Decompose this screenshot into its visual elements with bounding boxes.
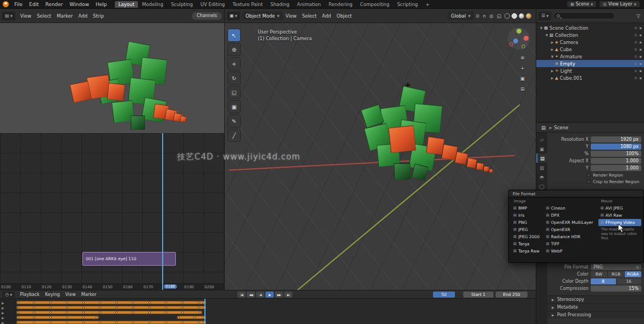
menu-render[interactable]: Render (42, 0, 66, 9)
workspace-tab-rendering[interactable]: Rendering (325, 1, 356, 8)
expand-arrow-icon[interactable]: ▶ (549, 47, 555, 51)
ruler-frame-0170[interactable]: 0170 (143, 285, 153, 289)
viewport-menu-view[interactable]: View (283, 9, 299, 23)
editor-type-button[interactable]: ▣ ▼ (227, 12, 240, 20)
ruler-frame-0100[interactable]: 0100 (1, 285, 11, 289)
hide-in-viewport-icon[interactable]: ⊙ (634, 40, 637, 45)
editor-type-button[interactable]: ▤ (540, 125, 547, 130)
filter-icon[interactable]: ▽ (635, 13, 642, 19)
menu-window[interactable]: Window (66, 0, 93, 9)
shading-wireframe-icon[interactable] (504, 13, 510, 19)
hide-in-viewport-icon[interactable]: ⊙ (634, 33, 637, 37)
playhead[interactable] (162, 133, 163, 290)
y-field[interactable]: 1080 px (591, 144, 641, 150)
outliner-row-camera[interactable]: ▶◈Camera⊙▪ (536, 39, 644, 46)
shading-rendered-icon[interactable] (526, 13, 531, 19)
camera-view-icon[interactable]: ▣ (520, 76, 525, 81)
sequencer-menu-marker[interactable]: Marker (54, 9, 75, 23)
tool-select-box[interactable]: ↖ (227, 29, 241, 42)
mode-selector[interactable]: Object Mode ▼ (242, 12, 283, 20)
outliner-row-cube-001[interactable]: ▶▲Cube.001⊙▪ (536, 74, 644, 81)
viewport-menu-add[interactable]: Add (319, 9, 334, 23)
sequencer-menu-select[interactable]: Select (34, 9, 54, 23)
workspace-tab-item[interactable]: + (421, 1, 433, 8)
workspace-tab-modeling[interactable]: Modeling (138, 1, 167, 8)
workspace-tab-uv-editing[interactable]: UV Editing (197, 1, 229, 8)
editor-type-button[interactable]: ▤ ▼ (2, 12, 15, 20)
frame-start-field[interactable]: Start 1 (463, 292, 493, 298)
perspective-toggle-icon[interactable]: ⊞ (520, 86, 525, 92)
workspace-tab-compositing[interactable]: Compositing (356, 1, 393, 8)
hide-in-viewport-icon[interactable]: ⊙ (634, 26, 637, 30)
properties-tab-scene[interactable]: ◓ (536, 172, 547, 182)
hide-in-viewport-icon[interactable]: ⊙ (634, 76, 637, 80)
editor-type-button[interactable]: ◷ ▼ (2, 292, 15, 298)
expand-arrow-icon[interactable]: ▶ (549, 69, 555, 73)
ruler-frame-0120[interactable]: 0120 (42, 285, 52, 289)
keyframe-bar[interactable] (16, 306, 206, 309)
channel-expand-icon[interactable]: ▶ (2, 316, 4, 320)
disable-in-render-icon[interactable]: ▪ (640, 69, 642, 73)
tool-rotate[interactable]: ↻ (227, 72, 241, 85)
tool-move[interactable]: + (227, 57, 241, 70)
proportional-edit-icon[interactable]: ⊙ (474, 13, 481, 19)
prev-keyframe-button[interactable]: ◀◀ (247, 292, 255, 298)
file-format-dropdown[interactable]: PNG ▼ (591, 264, 641, 270)
viewport-menu-object[interactable]: Object (334, 9, 354, 23)
hide-in-viewport-icon[interactable]: ⊙ (634, 54, 637, 59)
ruler-frame-0190[interactable]: 0190 (184, 285, 194, 289)
overlays-icon[interactable]: ◎ (488, 13, 495, 19)
format-avi-raw[interactable]: ▤AVI Raw (598, 212, 641, 219)
next-keyframe-button[interactable]: ▶▶ (275, 292, 283, 298)
ruler-frame-0130[interactable]: 0130 (62, 285, 72, 289)
depth-8-button[interactable]: 8 (591, 278, 617, 284)
expand-arrow-icon[interactable]: ▼ (544, 33, 549, 37)
ruler-frame-0160[interactable]: 0160 (123, 285, 133, 289)
play-reverse-button[interactable]: ◀ (256, 292, 264, 298)
format-tiff[interactable]: ▤TIFF (544, 240, 598, 248)
resolution-x-field[interactable]: 1920 px (591, 136, 641, 142)
frame-ruler[interactable]: 0100011001200130014001500160017001800190… (0, 283, 224, 290)
format-iris[interactable]: ▤Iris (511, 212, 544, 219)
disable-in-render-icon[interactable]: ▪ (640, 62, 642, 66)
disable-in-render-icon[interactable]: ▪ (640, 76, 642, 80)
keyframe-bar[interactable] (16, 311, 202, 314)
color-rgb-button[interactable]: RGB (608, 271, 625, 277)
y-field[interactable]: 1.000 (591, 165, 641, 171)
channel-expand-icon[interactable]: ▶ (2, 321, 4, 324)
current-frame-field[interactable]: 50 (433, 292, 455, 298)
ruler-frame-0150[interactable]: 0150 (103, 285, 113, 289)
channels-button[interactable]: Channels (192, 12, 222, 20)
pan-icon[interactable]: + (520, 65, 525, 71)
play-button[interactable]: ▶ (265, 292, 274, 298)
keyframe-bar[interactable] (16, 321, 206, 324)
axis-x-neg-dot[interactable] (509, 42, 513, 46)
viewport-menu-select[interactable]: Select (299, 9, 319, 23)
keyframe-bar[interactable] (177, 316, 206, 319)
sequencer-menu-view[interactable]: View (18, 9, 34, 23)
zoom-icon[interactable]: ⊕ (520, 55, 525, 61)
sequencer-menu-add[interactable]: Add (76, 9, 90, 23)
hide-in-viewport-icon[interactable]: ⊙ (634, 69, 637, 73)
workspace-tab-sculpting[interactable]: Sculpting (167, 1, 197, 8)
ruler-frame-0110[interactable]: 0110 (21, 285, 31, 289)
editor-type-button[interactable]: ☰ ▼ (538, 12, 551, 20)
workspace-tab-shading[interactable]: Shading (267, 1, 293, 8)
format-targa-raw[interactable]: ▤Targa Raw (511, 248, 544, 255)
timeline-menu-view[interactable]: View (63, 290, 79, 299)
hide-in-viewport-icon[interactable]: ⊙ (634, 47, 637, 52)
outliner-search-input[interactable] (553, 12, 615, 19)
tool-cursor[interactable]: ⊕ (227, 43, 241, 56)
hide-in-viewport-icon[interactable]: ⊙ (634, 62, 637, 66)
expand-arrow-icon[interactable]: ▶ (549, 76, 555, 80)
navigation-gizmo[interactable] (508, 28, 530, 50)
depth-16-button[interactable]: 16 (617, 278, 642, 284)
tool-annotate[interactable]: ✎ (227, 114, 241, 128)
ruler-frame-0180[interactable]: 0180 (164, 284, 177, 289)
expand-arrow-icon[interactable]: ▶ (549, 40, 555, 44)
color-rgba-button[interactable]: RGBA (625, 271, 641, 277)
disable-in-render-icon[interactable]: ▪ (640, 40, 642, 45)
channel-expand-icon[interactable]: ▶ (2, 311, 4, 315)
disable-in-render-icon[interactable]: ▪ (640, 33, 642, 37)
panel-metadata[interactable]: ▶Metadata (547, 303, 644, 310)
